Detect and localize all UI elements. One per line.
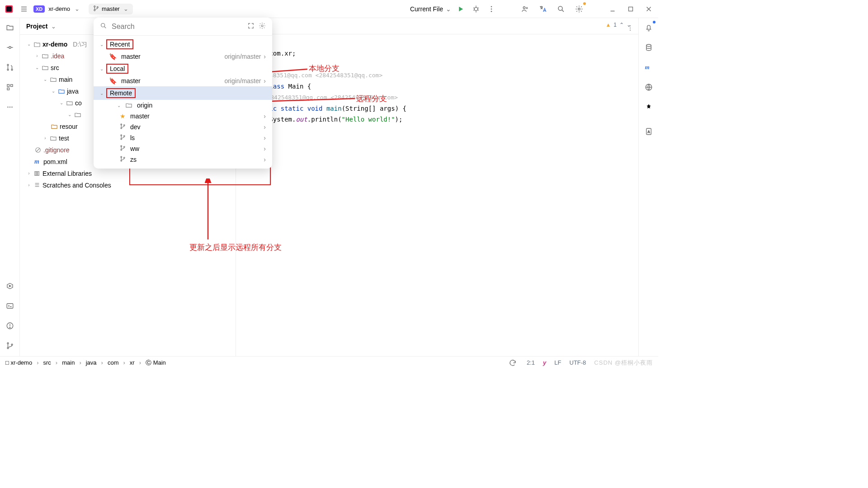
svg-point-16 bbox=[491, 8, 492, 9]
annotation-local: 本地分支 bbox=[309, 63, 340, 74]
project-panel-title: Project bbox=[26, 23, 47, 30]
notifications-icon[interactable] bbox=[643, 22, 655, 33]
group-local[interactable]: ⌄Local bbox=[94, 62, 272, 75]
tree-scratches[interactable]: ›Scratches and Consoles bbox=[22, 179, 236, 191]
project-tool-icon[interactable] bbox=[4, 22, 16, 33]
svg-point-39 bbox=[11, 107, 12, 108]
breadcrumb-item[interactable]: Ⓒ Main bbox=[146, 359, 166, 367]
svg-point-33 bbox=[11, 69, 13, 70]
more-tools-icon[interactable] bbox=[4, 101, 16, 113]
breadcrumb-item[interactable]: □ xr-demo bbox=[5, 359, 32, 366]
commit-tool-icon[interactable] bbox=[4, 42, 16, 53]
svg-point-64 bbox=[121, 127, 122, 129]
svg-rect-50 bbox=[35, 172, 36, 176]
editor-tabs: ava × bbox=[236, 18, 638, 34]
code-with-me-icon[interactable] bbox=[519, 3, 531, 15]
breadcrumb-item[interactable]: src bbox=[43, 359, 51, 366]
warning-icon: ▲ bbox=[605, 22, 611, 28]
maven-tool-icon[interactable]: m bbox=[643, 61, 655, 73]
expand-icon[interactable] bbox=[248, 23, 254, 30]
branch-item[interactable]: ls› bbox=[94, 132, 272, 143]
svg-point-5 bbox=[94, 5, 95, 7]
minimize-icon[interactable] bbox=[607, 3, 618, 15]
terminal-tool-icon[interactable] bbox=[4, 300, 16, 312]
project-name[interactable]: xr-demo bbox=[48, 5, 70, 12]
chevron-up-icon[interactable]: ⌃ bbox=[619, 22, 624, 28]
search-icon[interactable] bbox=[555, 3, 567, 15]
services-tool-icon[interactable] bbox=[4, 280, 16, 292]
chevron-down-icon[interactable]: ⌄ bbox=[627, 22, 631, 28]
inspection-badge[interactable]: ▲1 ⌃⌄ bbox=[605, 22, 631, 28]
svg-point-15 bbox=[491, 6, 492, 7]
branch-item[interactable]: zs› bbox=[94, 154, 272, 165]
branch-item[interactable]: dev› bbox=[94, 122, 272, 132]
chevron-down-icon[interactable]: ⌄ bbox=[75, 5, 80, 12]
svg-point-47 bbox=[11, 344, 13, 345]
status-line-sep[interactable]: LF bbox=[554, 359, 561, 366]
vcs-tool-icon[interactable] bbox=[4, 340, 16, 352]
notification-dot-icon bbox=[653, 21, 656, 23]
folder-icon bbox=[42, 64, 49, 71]
folder-icon bbox=[42, 52, 49, 60]
maximize-icon[interactable] bbox=[625, 3, 637, 15]
svg-point-31 bbox=[7, 64, 9, 66]
tree-external-libraries[interactable]: ›External Libraries bbox=[22, 168, 236, 179]
run-icon[interactable] bbox=[455, 3, 467, 15]
svg-line-22 bbox=[562, 9, 564, 11]
hamburger-icon[interactable] bbox=[18, 3, 30, 15]
popup-search-input[interactable] bbox=[112, 23, 243, 31]
folder-icon bbox=[50, 135, 57, 142]
svg-line-14 bbox=[478, 9, 479, 10]
ai-tool-icon[interactable] bbox=[643, 101, 655, 113]
branch-name: master bbox=[102, 5, 120, 12]
branch-selector[interactable]: master ⌄ bbox=[89, 4, 133, 14]
gear-icon[interactable] bbox=[259, 22, 266, 31]
structure-tool-icon[interactable] bbox=[4, 81, 16, 93]
status-indent[interactable]: CSDN @梧桐小夜雨 bbox=[594, 359, 653, 367]
branch-item[interactable]: 🔖 master origin/master› bbox=[94, 51, 272, 62]
run-config[interactable]: Current File ⌄ bbox=[410, 5, 451, 13]
folder-icon bbox=[50, 76, 57, 83]
pull-request-icon[interactable] bbox=[4, 61, 16, 73]
group-recent[interactable]: ⌄Recent bbox=[94, 38, 272, 51]
branch-item[interactable]: 🔖 master origin/master› bbox=[94, 75, 272, 86]
close-icon[interactable] bbox=[643, 3, 655, 15]
status-y[interactable]: y bbox=[543, 359, 546, 366]
breadcrumb-item[interactable]: xr bbox=[130, 359, 135, 366]
svg-point-44 bbox=[9, 327, 10, 328]
group-remote[interactable]: ⌄Remote bbox=[94, 86, 272, 100]
annotation-remote: 远程分支 bbox=[356, 94, 387, 104]
breadcrumb-item[interactable]: java bbox=[86, 359, 97, 366]
status-position[interactable]: 2:1 bbox=[527, 359, 535, 366]
status-encoding[interactable]: UTF-8 bbox=[570, 359, 586, 366]
bookmark-icon: 🔖 bbox=[109, 77, 117, 84]
svg-point-65 bbox=[123, 125, 125, 126]
translate-icon[interactable] bbox=[537, 3, 549, 15]
svg-rect-25 bbox=[629, 7, 633, 11]
breadcrumb-item[interactable]: com bbox=[108, 359, 119, 366]
package-icon bbox=[66, 99, 73, 107]
debug-icon[interactable] bbox=[470, 3, 482, 15]
settings-icon[interactable] bbox=[573, 3, 585, 15]
svg-point-71 bbox=[123, 146, 125, 148]
breadcrumb-item[interactable]: main bbox=[62, 359, 75, 366]
database-tool-icon[interactable] bbox=[643, 42, 655, 53]
problems-tool-icon[interactable] bbox=[4, 320, 16, 332]
code-editor[interactable]: package com.xr; ▪2842548351@qq.com <2842… bbox=[236, 34, 638, 356]
web-tool-icon[interactable] bbox=[643, 81, 655, 93]
doc-tool-icon[interactable]: A bbox=[643, 126, 655, 137]
remote-origin[interactable]: ⌄origin bbox=[94, 100, 272, 111]
folder-icon bbox=[125, 102, 132, 109]
svg-rect-34 bbox=[7, 84, 9, 87]
svg-line-13 bbox=[478, 8, 479, 9]
svg-rect-51 bbox=[36, 172, 38, 176]
chevron-right-icon: › bbox=[264, 134, 266, 141]
more-icon[interactable] bbox=[486, 3, 497, 15]
branch-item[interactable]: ★master› bbox=[94, 111, 272, 122]
svg-line-12 bbox=[473, 9, 474, 10]
status-sync-icon[interactable] bbox=[507, 357, 519, 369]
branch-item[interactable]: ww› bbox=[94, 143, 272, 154]
svg-point-8 bbox=[474, 7, 478, 11]
svg-point-67 bbox=[121, 138, 122, 140]
svg-line-61 bbox=[104, 27, 106, 28]
